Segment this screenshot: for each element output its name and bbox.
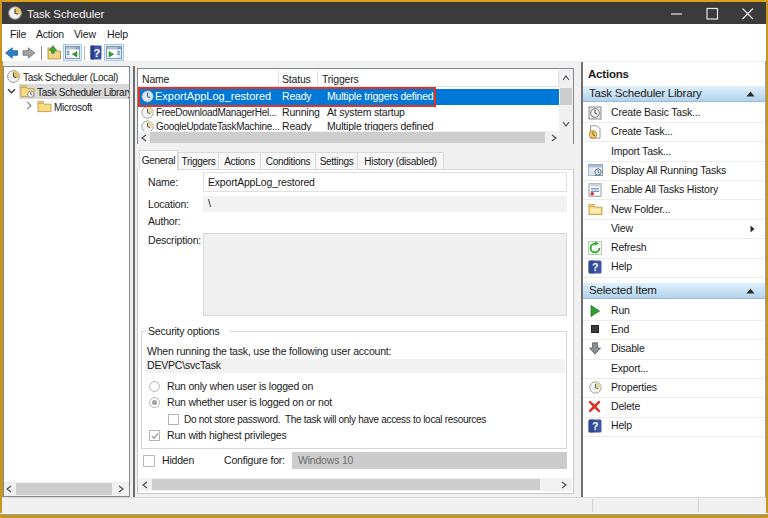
svg-text:?: ? — [94, 47, 101, 59]
svg-text:?: ? — [592, 420, 598, 432]
svg-text:?: ? — [592, 261, 598, 273]
